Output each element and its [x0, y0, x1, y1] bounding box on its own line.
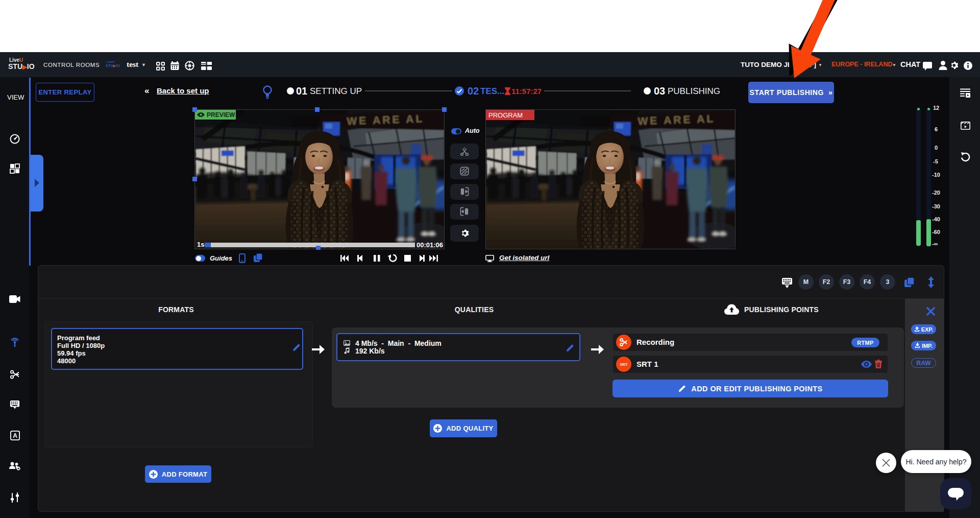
svg-text:A: A — [13, 432, 17, 439]
